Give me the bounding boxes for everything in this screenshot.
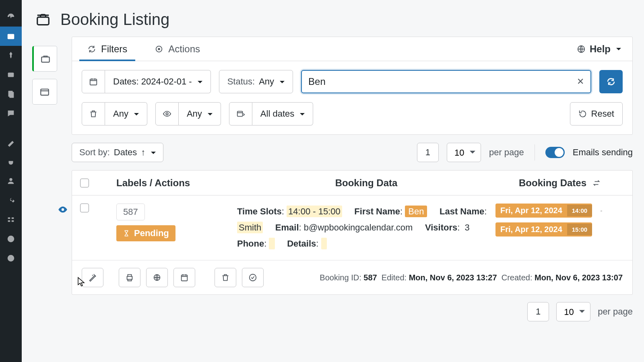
table-row: 587 Pending Time Slots: 14:00 - 15:00 Fi… bbox=[72, 195, 632, 260]
globe-icon bbox=[577, 45, 586, 53]
page-header: Booking Listing bbox=[33, 0, 633, 37]
view-switch bbox=[32, 46, 57, 105]
clear-search-icon[interactable]: ✕ bbox=[577, 76, 584, 87]
edit-button[interactable] bbox=[82, 268, 103, 287]
view-calendar[interactable] bbox=[32, 79, 57, 105]
row-checkbox[interactable] bbox=[80, 204, 89, 212]
calendar-icon bbox=[89, 77, 98, 86]
svg-rect-6 bbox=[8, 218, 10, 219]
tab-filters[interactable]: Filters bbox=[83, 37, 131, 61]
refresh-icon bbox=[606, 77, 616, 86]
nav-site[interactable] bbox=[0, 229, 22, 249]
reset-button[interactable]: Reset bbox=[570, 102, 623, 125]
svg-rect-22 bbox=[127, 276, 132, 279]
status-filter[interactable]: Status: Any bbox=[219, 70, 293, 93]
svg-rect-9 bbox=[12, 220, 14, 222]
undo-icon bbox=[578, 109, 587, 118]
page-title: Booking Listing bbox=[60, 10, 169, 29]
search-input[interactable] bbox=[308, 76, 577, 87]
nav-dashboard[interactable] bbox=[0, 7, 22, 27]
nav-users[interactable] bbox=[0, 171, 22, 191]
svg-rect-18 bbox=[90, 79, 97, 85]
nav-plugins[interactable] bbox=[0, 152, 22, 171]
svg-rect-20 bbox=[237, 111, 243, 117]
tab-actions[interactable]: Actions bbox=[151, 37, 204, 61]
nav-bookings[interactable] bbox=[0, 27, 22, 46]
row-meta: Booking ID: 587 Edited: Mon, Nov 6, 2023… bbox=[320, 273, 623, 282]
visibility-filter[interactable]: Any bbox=[155, 102, 221, 125]
approve-button[interactable] bbox=[242, 268, 264, 287]
select-all-checkbox[interactable] bbox=[80, 179, 89, 187]
per-page-label-bottom: per page bbox=[598, 306, 633, 317]
col-labels: Labels / Actions bbox=[116, 177, 237, 189]
dates-filter[interactable]: Dates: 2024-02-01 - bbox=[82, 70, 211, 93]
locale-button[interactable] bbox=[146, 268, 168, 287]
calendar-icon bbox=[180, 273, 189, 282]
calendar-range-icon bbox=[236, 109, 245, 118]
svg-rect-0 bbox=[8, 34, 14, 39]
trash-filter[interactable]: Any bbox=[82, 102, 147, 125]
svg-rect-24 bbox=[182, 275, 188, 281]
col-data: Booking Data bbox=[237, 177, 495, 189]
booking-dates: Fri, Apr 12, 202414:00 - Fri, Apr 12, 20… bbox=[495, 204, 624, 252]
nav-appearance[interactable] bbox=[0, 133, 22, 152]
nav-separator bbox=[0, 123, 22, 133]
eye-icon bbox=[163, 109, 171, 118]
svg-rect-12 bbox=[37, 17, 49, 25]
per-page-select-bottom[interactable]: 10 bbox=[556, 302, 590, 321]
svg-rect-8 bbox=[8, 220, 10, 222]
date-chip: Fri, Apr 12, 202415:00 bbox=[495, 222, 592, 237]
nav-pin[interactable] bbox=[0, 46, 22, 65]
wand-icon bbox=[88, 273, 97, 282]
swap-icon[interactable] bbox=[592, 179, 601, 187]
per-page-select[interactable]: 10 bbox=[447, 143, 481, 162]
nav-comments[interactable] bbox=[0, 104, 22, 123]
globe-icon bbox=[153, 273, 161, 282]
trash-icon bbox=[221, 273, 230, 282]
svg-point-19 bbox=[166, 113, 168, 115]
per-page-label: per page bbox=[489, 147, 524, 158]
briefcase-icon bbox=[35, 12, 51, 27]
new-indicator-icon bbox=[58, 204, 68, 216]
printer-icon bbox=[125, 273, 134, 282]
svg-point-2 bbox=[9, 73, 10, 75]
page-number-bottom[interactable]: 1 bbox=[527, 302, 549, 321]
view-listing[interactable] bbox=[32, 46, 57, 72]
hourglass-icon bbox=[123, 230, 130, 237]
emails-label: Emails sending bbox=[573, 147, 633, 158]
svg-rect-7 bbox=[12, 218, 14, 219]
created-filter[interactable]: All dates bbox=[229, 102, 313, 125]
svg-point-25 bbox=[250, 274, 256, 281]
bookings-table: Labels / Actions Booking Data Booking Da… bbox=[72, 170, 633, 295]
nav-settings[interactable] bbox=[0, 210, 22, 229]
nav-tools[interactable] bbox=[0, 191, 22, 210]
search-field[interactable]: ✕ bbox=[301, 70, 591, 93]
print-button[interactable] bbox=[119, 268, 140, 287]
target-icon bbox=[155, 45, 163, 53]
page-number[interactable]: 1 bbox=[417, 143, 439, 162]
booking-data: Time Slots: 14:00 - 15:00 First Name: Be… bbox=[237, 204, 495, 252]
svg-point-16 bbox=[159, 48, 160, 50]
col-dates: Booking Dates bbox=[519, 177, 586, 189]
status-badge: Pending bbox=[116, 225, 175, 241]
nav-collapse[interactable] bbox=[0, 249, 22, 268]
refresh-icon bbox=[87, 45, 96, 53]
help-menu[interactable]: Help bbox=[577, 43, 621, 55]
svg-rect-4 bbox=[9, 92, 14, 98]
date-chip: Fri, Apr 12, 202414:00 bbox=[495, 204, 592, 218]
svg-point-5 bbox=[9, 178, 12, 181]
svg-point-10 bbox=[8, 236, 14, 243]
nav-media[interactable] bbox=[0, 65, 22, 84]
filter-panel: Filters Actions Help Dates: 2024-02-01 -… bbox=[72, 37, 633, 135]
nav-pages[interactable] bbox=[0, 84, 22, 104]
svg-rect-14 bbox=[41, 89, 49, 95]
change-dates-button[interactable] bbox=[173, 268, 195, 287]
emails-toggle[interactable] bbox=[545, 147, 565, 158]
svg-point-21 bbox=[62, 208, 64, 211]
svg-rect-1 bbox=[8, 73, 14, 77]
trash-button[interactable] bbox=[215, 268, 236, 287]
booking-id-chip[interactable]: 587 bbox=[116, 204, 145, 220]
apply-filters-button[interactable] bbox=[599, 70, 623, 93]
sort-by[interactable]: Sort by: Dates ↑ bbox=[72, 143, 163, 162]
sort-asc-icon: ↑ bbox=[141, 147, 145, 158]
